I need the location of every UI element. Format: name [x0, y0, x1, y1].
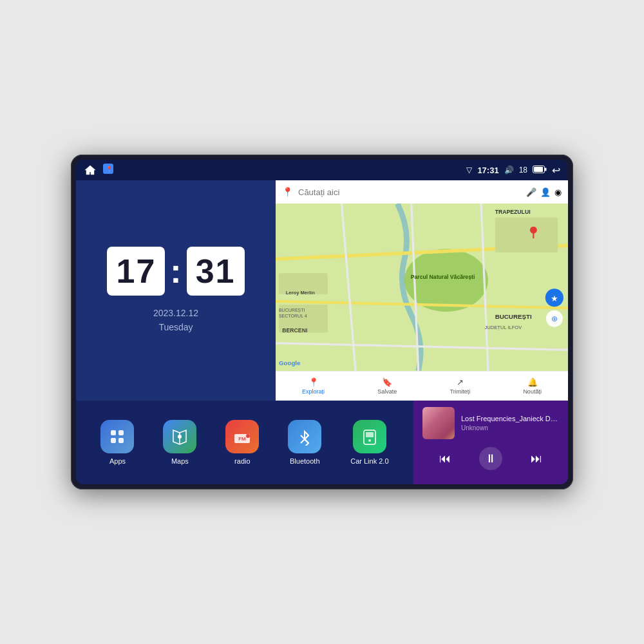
- layers-icon[interactable]: ◉: [554, 187, 562, 197]
- svg-rect-34: [118, 438, 124, 443]
- map-nav-saved[interactable]: 🔖 Salvate: [377, 377, 397, 395]
- saved-icon: 🔖: [382, 377, 392, 387]
- svg-rect-3: [534, 167, 543, 172]
- status-bar: 📍 ▽ 17:31 🔊 18 ↩: [76, 160, 568, 180]
- music-controls: ⏮ ⏸ ⏭: [422, 447, 559, 470]
- svg-rect-4: [545, 167, 547, 171]
- svg-text:★: ★: [551, 294, 558, 303]
- previous-button[interactable]: ⏮: [433, 447, 457, 470]
- music-title: Lost Frequencies_Janieck Devy-...: [461, 415, 559, 422]
- svg-text:⊕: ⊕: [551, 314, 558, 323]
- map-top-icons: 🎤 👤 ◉: [526, 187, 562, 197]
- battery-percent: 18: [519, 166, 527, 175]
- clock-date: 2023.12.12 Tuesday: [153, 306, 198, 335]
- svg-text:📍: 📍: [106, 166, 113, 173]
- map-pin-icon: 📍: [282, 187, 293, 197]
- svg-text:BERCENI: BERCENI: [282, 327, 307, 334]
- svg-rect-33: [111, 438, 116, 443]
- explore-label: Explorați: [302, 388, 325, 395]
- map-background[interactable]: Parcul Natural Văcărești Leroy Merlin TR…: [276, 204, 568, 371]
- app-item-carlink[interactable]: Car Link 2.0: [350, 420, 388, 465]
- voice-search-icon[interactable]: 🎤: [526, 187, 536, 197]
- map-nav-explore[interactable]: 📍 Explorați: [302, 377, 325, 395]
- signal-icon: ▽: [466, 166, 472, 175]
- play-pause-button[interactable]: ⏸: [479, 447, 502, 470]
- clock-minute: 31: [187, 247, 245, 296]
- svg-text:Google: Google: [279, 359, 301, 366]
- apps-icon: [100, 420, 134, 453]
- clock-display: 17 : 31: [107, 247, 244, 296]
- map-widget[interactable]: 📍 🎤 👤 ◉: [276, 180, 568, 401]
- svg-rect-44: [366, 432, 374, 437]
- account-icon[interactable]: 👤: [540, 187, 551, 197]
- music-artist: Unknown: [461, 424, 559, 431]
- next-button[interactable]: ⏭: [525, 447, 548, 470]
- svg-text:FM: FM: [239, 436, 247, 442]
- music-thumbnail-image: [422, 407, 455, 439]
- send-icon: ↗: [457, 377, 464, 387]
- back-icon[interactable]: ↩: [552, 164, 560, 176]
- map-nav-news[interactable]: 🔔 Noutăți: [523, 377, 542, 395]
- svg-text:Parcul Natural Văcărești: Parcul Natural Văcărești: [411, 274, 475, 280]
- svg-point-40: [246, 434, 250, 438]
- bluetooth-label: Bluetooth: [290, 457, 319, 465]
- clock-widget: 17 : 31 2023.12.12 Tuesday: [76, 180, 276, 401]
- svg-rect-15: [495, 218, 558, 252]
- status-right-info: ▽ 17:31 🔊 18 ↩: [466, 164, 560, 176]
- news-label: Noutăți: [523, 388, 542, 395]
- apps-label: Apps: [109, 457, 126, 465]
- carlink-icon: [353, 420, 386, 453]
- app-item-maps[interactable]: Maps: [163, 420, 196, 465]
- maps-status-icon[interactable]: 📍: [103, 164, 113, 176]
- svg-text:TRAPEZULUI: TRAPEZULUI: [495, 209, 531, 215]
- radio-icon: FM: [225, 420, 259, 453]
- svg-text:BUCUREȘTI: BUCUREȘTI: [279, 308, 305, 313]
- battery-icon: [533, 166, 547, 175]
- map-search-bar[interactable]: 📍 🎤 👤 ◉: [276, 180, 568, 204]
- car-unit-device: 📍 ▽ 17:31 🔊 18 ↩: [71, 155, 573, 489]
- home-icon[interactable]: [84, 164, 97, 176]
- app-item-bluetooth[interactable]: Bluetooth: [288, 420, 321, 465]
- map-nav-send[interactable]: ↗ Trimiteți: [450, 377, 471, 395]
- carlink-label: Car Link 2.0: [350, 457, 388, 465]
- radio-label: radio: [234, 457, 250, 465]
- app-item-radio[interactable]: FM radio: [225, 420, 259, 465]
- bottom-row: Apps Maps: [76, 401, 568, 484]
- svg-rect-31: [111, 430, 116, 435]
- apps-area: Apps Maps: [76, 401, 413, 484]
- svg-point-45: [368, 439, 371, 442]
- svg-text:SECTORUL 4: SECTORUL 4: [279, 314, 307, 318]
- status-left-icons: 📍: [84, 164, 113, 176]
- music-thumbnail: [422, 407, 455, 439]
- send-label: Trimiteți: [450, 388, 471, 395]
- main-content: 17 : 31 2023.12.12 Tuesday 📍: [76, 180, 568, 484]
- map-search-input[interactable]: [298, 187, 521, 197]
- time-display: 17:31: [477, 166, 498, 175]
- maps-label: Maps: [171, 457, 189, 465]
- app-item-apps[interactable]: Apps: [100, 420, 134, 465]
- clock-separator: :: [170, 252, 181, 290]
- news-icon: 🔔: [527, 377, 538, 387]
- clock-hour: 17: [107, 247, 165, 296]
- svg-point-37: [178, 435, 182, 439]
- top-row: 17 : 31 2023.12.12 Tuesday 📍: [76, 180, 568, 401]
- svg-point-6: [404, 249, 488, 312]
- bluetooth-icon: [288, 420, 321, 453]
- saved-label: Salvate: [377, 388, 397, 395]
- svg-text:Leroy Merlin: Leroy Merlin: [286, 290, 315, 296]
- svg-text:BUCUREȘTI: BUCUREȘTI: [495, 313, 532, 320]
- music-player: Lost Frequencies_Janieck Devy-... Unknow…: [413, 401, 568, 484]
- explore-icon: 📍: [308, 377, 319, 387]
- svg-rect-32: [118, 430, 124, 435]
- svg-text:JUDEȚUL ILFOV: JUDEȚUL ILFOV: [485, 325, 523, 330]
- volume-icon: 🔊: [504, 166, 514, 175]
- device-screen: 📍 ▽ 17:31 🔊 18 ↩: [76, 160, 568, 484]
- music-top-section: Lost Frequencies_Janieck Devy-... Unknow…: [422, 407, 559, 439]
- music-info: Lost Frequencies_Janieck Devy-... Unknow…: [461, 415, 559, 431]
- map-bottom-nav: 📍 Explorați 🔖 Salvate ↗ Trimiteți 🔔: [276, 371, 568, 401]
- maps-icon: [163, 420, 196, 453]
